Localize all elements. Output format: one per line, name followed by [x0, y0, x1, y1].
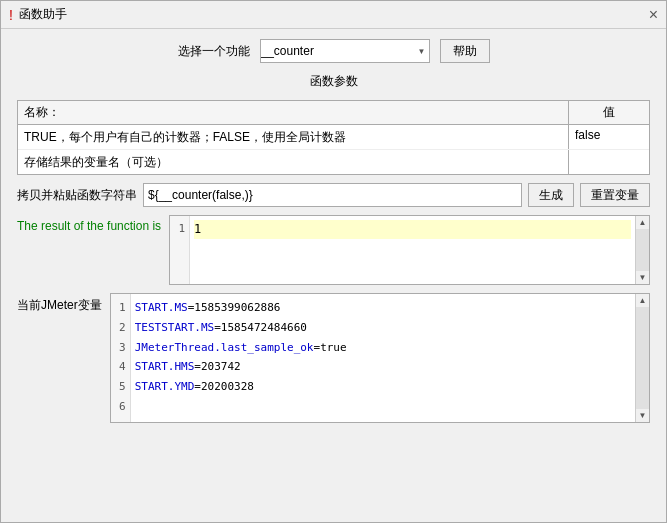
- result-box-inner: 1 1 ▲ ▼: [170, 216, 649, 284]
- generate-button[interactable]: 生成: [528, 183, 574, 207]
- table-row: TRUE，每个用户有自己的计数器；FALSE，使用全局计数器 false: [18, 125, 649, 150]
- list-item: TESTSTART.MS=1585472484660: [135, 318, 631, 338]
- variables-scrollbar[interactable]: ▲ ▼: [635, 294, 649, 422]
- copy-row: 拷贝并粘贴函数字符串 生成 重置变量: [17, 183, 650, 207]
- result-label: The result of the function is: [17, 219, 161, 233]
- function-select[interactable]: __counter: [260, 39, 430, 63]
- app-icon: !: [9, 7, 13, 23]
- function-select-wrapper[interactable]: __counter: [260, 39, 430, 63]
- var-line-num: 4: [115, 357, 126, 377]
- var-key: START.YMD: [135, 380, 195, 393]
- close-button[interactable]: ×: [649, 7, 658, 23]
- var-val: 1585399062886: [194, 301, 280, 314]
- var-val: 203742: [201, 360, 241, 373]
- var-line-num: 3: [115, 338, 126, 358]
- variables-section: 当前JMeter变量 1 2 3 4 5 6 START.MS=15853990…: [17, 293, 650, 512]
- params-table: 名称： 值 TRUE，每个用户有自己的计数器；FALSE，使用全局计数器 fal…: [17, 100, 650, 175]
- help-button[interactable]: 帮助: [440, 39, 490, 63]
- main-window: ! 函数助手 × 选择一个功能 __counter 帮助 函数参数 名称： 值: [0, 0, 667, 523]
- window-title: 函数助手: [19, 6, 67, 23]
- result-section: The result of the function is 1 1 ▲ ▼: [17, 215, 650, 285]
- var-val: 1585472484660: [221, 321, 307, 334]
- top-row: 选择一个功能 __counter 帮助: [17, 39, 650, 63]
- var-content: START.MS=1585399062886 TESTSTART.MS=1585…: [131, 294, 635, 422]
- var-line-num: 1: [115, 298, 126, 318]
- var-scroll-up-arrow[interactable]: ▲: [636, 294, 649, 307]
- select-label: 选择一个功能: [178, 43, 250, 60]
- var-line-num: 6: [115, 397, 126, 417]
- var-line-num: 5: [115, 377, 126, 397]
- reset-button[interactable]: 重置变量: [580, 183, 650, 207]
- result-line-num: 1: [174, 220, 185, 238]
- var-val: 20200328: [201, 380, 254, 393]
- result-value: 1: [194, 220, 631, 239]
- list-item: JMeterThread.last_sample_ok=true: [135, 338, 631, 358]
- var-scroll-down-arrow[interactable]: ▼: [636, 409, 649, 422]
- params-table-body: TRUE，每个用户有自己的计数器；FALSE，使用全局计数器 false 存储结…: [18, 125, 649, 174]
- var-line-num: 2: [115, 318, 126, 338]
- title-bar: ! 函数助手 ×: [1, 1, 666, 29]
- param-row1-value[interactable]: false: [569, 125, 649, 149]
- var-scroll-track: [636, 307, 649, 409]
- result-content: 1: [190, 216, 635, 284]
- var-key: TESTSTART.MS: [135, 321, 214, 334]
- param-row2-name: 存储结果的变量名（可选）: [18, 150, 569, 174]
- list-item: START.YMD=20200328: [135, 377, 631, 397]
- variables-box: 1 2 3 4 5 6 START.MS=1585399062886 TESTS…: [110, 293, 650, 423]
- copy-input[interactable]: [143, 183, 522, 207]
- var-key: JMeterThread.last_sample_ok: [135, 341, 314, 354]
- col-name-header: 名称：: [18, 101, 569, 124]
- var-key: START.MS: [135, 301, 188, 314]
- param-row2-value[interactable]: [569, 150, 649, 174]
- param-row1-name: TRUE，每个用户有自己的计数器；FALSE，使用全局计数器: [18, 125, 569, 149]
- list-item: START.HMS=203742: [135, 357, 631, 377]
- window-content: 选择一个功能 __counter 帮助 函数参数 名称： 值 TRUE，每个用户…: [1, 29, 666, 522]
- col-value-header: 值: [569, 101, 649, 124]
- copy-label: 拷贝并粘贴函数字符串: [17, 187, 137, 204]
- scroll-down-arrow[interactable]: ▼: [636, 271, 649, 284]
- params-table-header: 名称： 值: [18, 101, 649, 125]
- var-val: true: [320, 341, 347, 354]
- var-key: START.HMS: [135, 360, 195, 373]
- variables-label: 当前JMeter变量: [17, 297, 102, 314]
- title-bar-left: ! 函数助手: [9, 6, 67, 23]
- result-line-nums: 1: [170, 216, 190, 284]
- var-line-nums: 1 2 3 4 5 6: [111, 294, 131, 422]
- params-section-title: 函数参数: [17, 73, 650, 90]
- scroll-up-arrow[interactable]: ▲: [636, 216, 649, 229]
- result-box: 1 1 ▲ ▼: [169, 215, 650, 285]
- list-item: START.MS=1585399062886: [135, 298, 631, 318]
- result-scrollbar[interactable]: ▲ ▼: [635, 216, 649, 284]
- scroll-track: [636, 229, 649, 271]
- table-row: 存储结果的变量名（可选）: [18, 150, 649, 174]
